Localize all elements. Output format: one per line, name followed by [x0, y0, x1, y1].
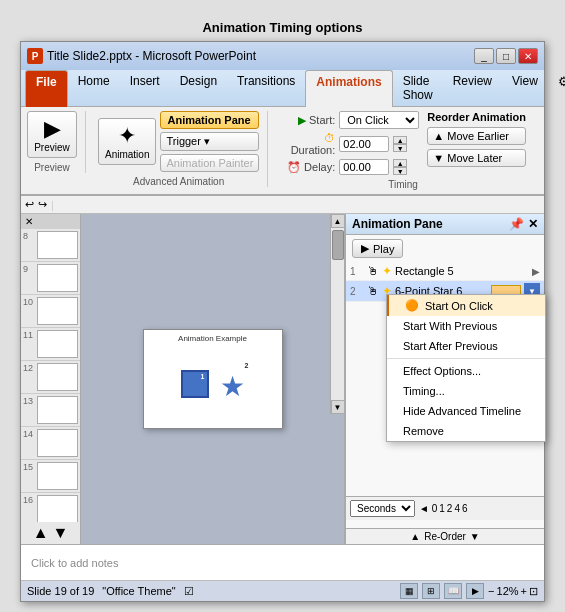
- ctx-separator-1: [387, 358, 545, 359]
- slide-thumb-12[interactable]: 12: [21, 361, 80, 394]
- move-later-button[interactable]: ▼ Move Later: [427, 149, 526, 167]
- slide-thumb-16[interactable]: 16: [21, 493, 80, 522]
- delay-spinner[interactable]: ▲ ▼: [393, 159, 407, 175]
- zoom-control: − 12% + ⊡: [488, 585, 538, 598]
- anim-item-1-icon: 🖱: [367, 264, 379, 278]
- status-bar: Slide 19 of 19 "Office Theme" ☑ ▦ ⊞ 📖 ▶ …: [21, 581, 544, 601]
- window-title: Title Slide2.pptx - Microsoft PowerPoint: [47, 49, 256, 63]
- slide-thumb-11[interactable]: 11: [21, 328, 80, 361]
- play-button[interactable]: ▶ Play: [352, 239, 403, 258]
- zoom-out-button[interactable]: −: [488, 585, 494, 597]
- start-row: ▶ Start: On Click With Previous After Pr…: [280, 111, 419, 129]
- anim-item-1[interactable]: 1 🖱 ✦ Rectangle 5 ▶: [346, 262, 544, 281]
- panel-scroll-up[interactable]: ▲: [33, 524, 49, 542]
- ctx-hide-timeline[interactable]: Hide Advanced Timeline: [387, 401, 545, 421]
- reading-view-button[interactable]: 📖: [444, 583, 462, 599]
- tab-file[interactable]: File: [25, 70, 68, 107]
- minimize-button[interactable]: _: [474, 48, 494, 64]
- ctx-timing[interactable]: Timing...: [387, 381, 545, 401]
- duration-up[interactable]: ▲: [393, 136, 407, 144]
- tab-home[interactable]: Home: [68, 70, 120, 106]
- slide-thumb-9[interactable]: 9: [21, 262, 80, 295]
- anim-pane-pin[interactable]: 📌: [509, 217, 524, 231]
- tab-review[interactable]: Review: [443, 70, 502, 106]
- normal-view-button[interactable]: ▦: [400, 583, 418, 599]
- panel-scroll-down[interactable]: ▼: [53, 524, 69, 542]
- slide-thumb-13[interactable]: 13: [21, 394, 80, 427]
- animation-painter-button[interactable]: Animation Painter: [160, 154, 259, 172]
- slide-thumb-10[interactable]: 10: [21, 295, 80, 328]
- tab-transitions[interactable]: Transitions: [227, 70, 305, 106]
- zoom-in-button[interactable]: +: [521, 585, 527, 597]
- slideshow-button[interactable]: ▶: [466, 583, 484, 599]
- undo-button[interactable]: ↩: [25, 198, 34, 211]
- slide-panel-x[interactable]: ✕: [25, 216, 33, 227]
- app-icon: P: [27, 48, 43, 64]
- close-button[interactable]: ✕: [518, 48, 538, 64]
- slide-num-16: 16: [23, 495, 35, 505]
- scrollbar-vertical[interactable]: ▲ ▼: [330, 214, 344, 414]
- anim-pane-close[interactable]: ✕: [528, 217, 538, 231]
- tab-animations[interactable]: Animations: [305, 70, 392, 107]
- tab-insert[interactable]: Insert: [120, 70, 170, 106]
- duration-input[interactable]: [339, 136, 389, 152]
- play-label: Play: [373, 243, 394, 255]
- slide-info: Slide 19 of 19: [27, 585, 94, 597]
- powerpoint-window: P Title Slide2.pptx - Microsoft PowerPoi…: [20, 41, 545, 602]
- duration-spinner[interactable]: ▲ ▼: [393, 136, 407, 152]
- animation-pane-button[interactable]: Animation Pane: [160, 111, 259, 129]
- slide-thumb-15[interactable]: 15: [21, 460, 80, 493]
- fit-button[interactable]: ⊡: [529, 585, 538, 598]
- ctx-start-with-previous[interactable]: Start With Previous: [387, 316, 545, 336]
- notes-bar[interactable]: Click to add notes: [21, 545, 544, 581]
- delay-up[interactable]: ▲: [393, 159, 407, 167]
- tab-slideshow[interactable]: Slide Show: [393, 70, 443, 106]
- duration-label: ⏱ Duration:: [280, 132, 335, 156]
- ctx-start-after-previous[interactable]: Start After Previous: [387, 336, 545, 356]
- start-dropdown[interactable]: On Click With Previous After Previous: [339, 111, 419, 129]
- ctx-effect-options-label: Effect Options...: [403, 365, 481, 377]
- move-earlier-button[interactable]: ▲ Move Earlier: [427, 127, 526, 145]
- theme-info: "Office Theme": [102, 585, 175, 597]
- delay-row: ⏰ Delay: ▲ ▼: [280, 159, 419, 175]
- scroll-thumb[interactable]: [332, 230, 344, 260]
- anim-item-2-num: 2: [350, 286, 364, 297]
- scroll-up-button[interactable]: ▲: [331, 214, 345, 228]
- preview-label: Preview: [34, 142, 70, 153]
- timeline-bar: Seconds ◄ 0 1 2 4 6: [346, 496, 544, 520]
- delay-input[interactable]: [339, 159, 389, 175]
- slide-thumb-8[interactable]: 8: [21, 229, 80, 262]
- scroll-track: [331, 228, 344, 400]
- accessibility-icon[interactable]: ☑: [184, 585, 194, 598]
- trigger-button[interactable]: Trigger ▾: [160, 132, 259, 151]
- maximize-button[interactable]: □: [496, 48, 516, 64]
- slide-thumbnails: 8 9 10 11 12: [21, 229, 80, 522]
- reorder-down-icon[interactable]: ▼: [470, 531, 480, 542]
- marker-1: 1: [439, 503, 445, 514]
- redo-button[interactable]: ↪: [38, 198, 47, 211]
- slide-title: Animation Example: [178, 334, 247, 343]
- duration-down[interactable]: ▼: [393, 144, 407, 152]
- scroll-down-button[interactable]: ▼: [331, 400, 345, 414]
- ctx-effect-options[interactable]: Effect Options...: [387, 361, 545, 381]
- slide-img-12: [37, 363, 78, 391]
- animation-button[interactable]: ✦ Animation: [98, 118, 156, 165]
- slide-num-12: 12: [23, 363, 35, 373]
- animation-pane-header: Animation Pane 📌 ✕: [346, 214, 544, 235]
- ctx-start-on-click[interactable]: 🟠 Start On Click: [387, 295, 545, 316]
- slide-thumb-14[interactable]: 14: [21, 427, 80, 460]
- reorder-up-icon[interactable]: ▲: [410, 531, 420, 542]
- preview-button[interactable]: ▶ Preview: [27, 111, 77, 158]
- delay-down[interactable]: ▼: [393, 167, 407, 175]
- seconds-dropdown[interactable]: Seconds: [350, 500, 415, 517]
- tab-view[interactable]: View: [502, 70, 548, 106]
- tab-help[interactable]: ⚙: [548, 70, 565, 106]
- title-bar-left: P Title Slide2.pptx - Microsoft PowerPoi…: [27, 48, 256, 64]
- reorder-bar: ▲ Re-Order ▼: [346, 528, 544, 544]
- slide-sorter-button[interactable]: ⊞: [422, 583, 440, 599]
- tab-design[interactable]: Design: [170, 70, 227, 106]
- ctx-remove[interactable]: Remove: [387, 421, 545, 441]
- timing-group-label: Timing: [388, 179, 418, 190]
- slide-num-9: 9: [23, 264, 35, 274]
- play-icon: ▶: [361, 242, 369, 255]
